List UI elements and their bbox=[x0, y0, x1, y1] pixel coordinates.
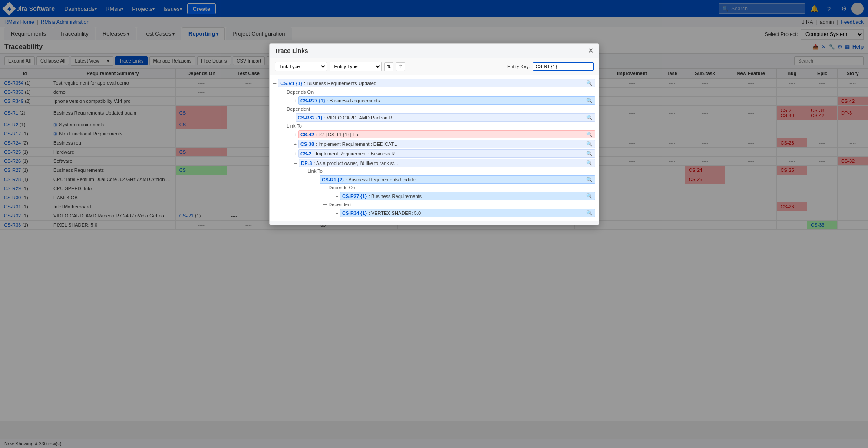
modal-overlay[interactable]: Trace Links ✕ Link Type Entity Type ⇅ ⇑ … bbox=[0, 0, 868, 421]
linkto-toggle[interactable]: ─ bbox=[282, 123, 285, 128]
cs38-id-link[interactable]: CS-38 bbox=[300, 142, 314, 147]
csr1-2-node: ─ CS-R1 {2} : Business Requirements Upda… bbox=[315, 175, 595, 217]
dp3-id-link[interactable]: DP-3 bbox=[301, 161, 312, 166]
linkto-section: ─ Link To + CS-42 : tr2 | CS-T1 {1} | Fa… bbox=[280, 122, 595, 217]
depends-search-btn[interactable]: 🔍 bbox=[585, 98, 593, 103]
link-type-select[interactable]: Link Type bbox=[275, 62, 327, 71]
cs2-search-btn[interactable]: 🔍 bbox=[585, 151, 593, 156]
csr27-1-id-link[interactable]: CS-R27 {1} bbox=[342, 194, 367, 199]
entity-key-label: Entity Key: bbox=[507, 64, 530, 69]
cs2-item-row: CS-2 : Implement Requirement : Business … bbox=[298, 149, 595, 158]
csr34-id-link[interactable]: CS-R34 {1} bbox=[342, 211, 367, 216]
depends-item-row: CS-R27 {1} : Business Requirements 🔍 bbox=[298, 96, 595, 105]
dependent-section: ─ Dependent CS-R32 {1} : VIDEO CARD: AMD… bbox=[280, 105, 595, 122]
depends-on-label: ─ Depends On bbox=[280, 89, 595, 96]
cs38-item-row: CS-38 : Implement Requirement : DEDICAT.… bbox=[298, 140, 595, 148]
dp3-linkto-label: ─ Link To bbox=[301, 168, 595, 175]
dp3-linkto-section: ─ Link To ─ bbox=[301, 168, 595, 217]
linkto-label: ─ Link To bbox=[280, 122, 595, 129]
depends-id-link[interactable]: CS-R27 {1} bbox=[300, 98, 325, 103]
dependent-items: CS-R32 {1} : VIDEO CARD: AMD Radeon R...… bbox=[294, 113, 595, 122]
csr1-2-search-btn[interactable]: 🔍 bbox=[585, 177, 593, 182]
plus-icon[interactable]: + bbox=[336, 211, 338, 216]
dp3-linkto-toggle[interactable]: ─ bbox=[303, 168, 306, 174]
depends-on-items: + CS-R27 {1} : Business Requirements 🔍 bbox=[294, 96, 595, 105]
csr1-2-item-row: CS-R1 {2} : Business Requirements Update… bbox=[320, 175, 595, 184]
linkto-items: + CS-42 : tr2 | CS-T1 {1} | Fail 🔍 + bbox=[294, 130, 595, 217]
cs38-search-btn[interactable]: 🔍 bbox=[585, 141, 593, 147]
dp3-minus-icon[interactable]: ─ bbox=[294, 161, 297, 166]
csr34-search-btn[interactable]: 🔍 bbox=[585, 210, 593, 216]
csr1-2-depends-section: ─ Depends On + bbox=[322, 184, 595, 201]
modal-body: ─ CS-R1 {1} : Business Requirements Upda… bbox=[270, 75, 599, 221]
modal-title: Trace Links bbox=[275, 47, 308, 54]
trace-tree: ─ CS-R1 {1} : Business Requirements Upda… bbox=[270, 75, 599, 221]
root-item-row: CS-R1 {1} : Business Requirements Update… bbox=[278, 79, 595, 87]
csr27-1-search-btn[interactable]: 🔍 bbox=[585, 193, 593, 199]
plus-icon[interactable]: + bbox=[294, 132, 297, 137]
depends-on-toggle[interactable]: ─ bbox=[282, 89, 285, 95]
dependent-toggle[interactable]: ─ bbox=[282, 106, 285, 112]
sort-asc-button[interactable]: ⇅ bbox=[384, 62, 393, 71]
trace-links-modal: Trace Links ✕ Link Type Entity Type ⇅ ⇑ … bbox=[269, 43, 599, 225]
dp3-search-btn[interactable]: 🔍 bbox=[585, 160, 593, 166]
dp3-item-row: DP-3 : As a product owner, I'd like to r… bbox=[299, 159, 595, 167]
csr1-2-depends-label: ─ Depends On bbox=[322, 184, 595, 191]
depends-on-section: ─ Depends On + CS-R27 {1} : Business Req… bbox=[280, 89, 595, 105]
modal-close-button[interactable]: ✕ bbox=[588, 47, 594, 54]
modal-header: Trace Links ✕ bbox=[270, 44, 599, 58]
root-minus-icon[interactable]: ─ bbox=[273, 81, 277, 86]
entity-type-select[interactable]: Entity Type bbox=[330, 62, 382, 71]
cs42-item-row: CS-42 : tr2 | CS-T1 {1} | Fail 🔍 bbox=[298, 130, 595, 138]
dependent-label: ─ Dependent bbox=[280, 105, 595, 112]
csr1-2-dependent-items: + CS-R34 {1} : VERTEX SHADER: 5.0 🔍 bbox=[336, 208, 595, 217]
csr1-2-dependent-label: ─ Dependent bbox=[322, 201, 595, 208]
entity-key-input[interactable] bbox=[533, 62, 594, 71]
root-search-btn[interactable]: 🔍 bbox=[585, 80, 593, 86]
csr27-1-item-row: CS-R27 {1} : Business Requirements 🔍 bbox=[340, 192, 595, 200]
dependent-item-row: CS-R32 {1} : VIDEO CARD: AMD Radeon R...… bbox=[296, 113, 595, 122]
plus-icon[interactable]: + bbox=[294, 98, 297, 103]
cs42-search-btn[interactable]: 🔍 bbox=[585, 132, 593, 137]
modal-toolbar: Link Type Entity Type ⇅ ⇑ Entity Key: bbox=[270, 58, 599, 75]
csr1-2-dependent-toggle[interactable]: ─ bbox=[323, 202, 327, 207]
csr1-2-depends-items: + CS-R27 {1} : Business Requirements 🔍 bbox=[336, 191, 595, 201]
csr1-2-dependent-section: ─ Dependent + bbox=[322, 201, 595, 217]
csr1-2-minus-icon[interactable]: ─ bbox=[315, 177, 318, 182]
tree-root-node: ─ CS-R1 {1} : Business Requirements Upda… bbox=[273, 79, 595, 217]
plus-icon[interactable]: + bbox=[336, 194, 338, 199]
plus-icon[interactable]: + bbox=[294, 142, 297, 147]
csr1-2-id-link[interactable]: CS-R1 {2} bbox=[322, 177, 344, 182]
dp3-node: ─ DP-3 : As a product owner, I'd like to… bbox=[294, 158, 595, 217]
dependent-id-link[interactable]: CS-R32 {1} bbox=[298, 115, 323, 120]
dependent-search-btn[interactable]: 🔍 bbox=[585, 115, 593, 120]
modal-footer bbox=[270, 221, 599, 225]
root-id-link[interactable]: CS-R1 {1} bbox=[280, 81, 302, 86]
dp3-linkto-items: ─ CS-R1 {2} : Business Requirements Upda… bbox=[315, 175, 595, 217]
csr34-item-row: CS-R34 {1} : VERTEX SHADER: 5.0 🔍 bbox=[340, 209, 595, 217]
csr1-2-depends-toggle[interactable]: ─ bbox=[323, 185, 327, 190]
plus-icon[interactable]: + bbox=[294, 151, 297, 156]
cs42-id-link[interactable]: CS-42 bbox=[300, 132, 314, 137]
sort-desc-button[interactable]: ⇑ bbox=[396, 62, 405, 71]
cs2-id-link[interactable]: CS-2 bbox=[300, 151, 311, 156]
